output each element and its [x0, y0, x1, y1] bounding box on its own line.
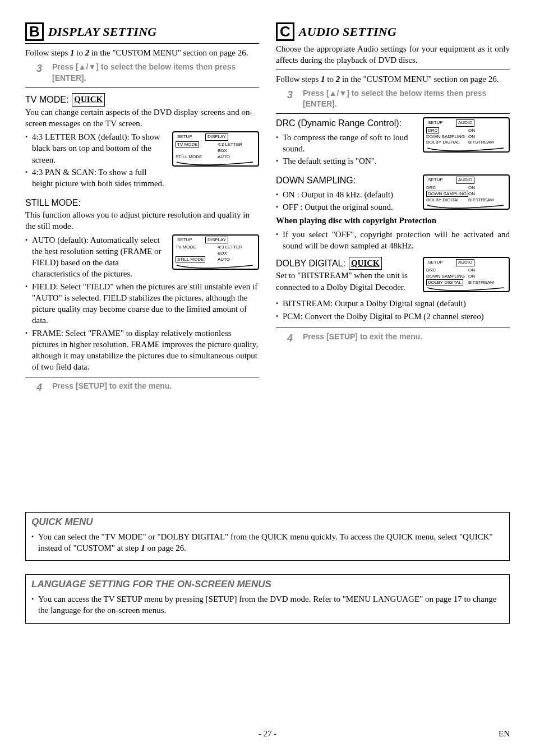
osd-row-selected: DOLBY DIGITAL	[426, 279, 463, 285]
step-number: 4	[36, 381, 44, 394]
quick-menu-box: QUICK MENU You can select the "TV MODE" …	[25, 512, 510, 561]
tv-mode-list: 4:3 LETTER BOX (default): To show black …	[25, 131, 259, 189]
step-text: Press [SETUP] to exit the menu.	[303, 331, 422, 343]
list-item: BITSTREAM: Output a Dolby Digital signal…	[276, 298, 510, 309]
quick-menu-title: QUICK MENU	[31, 516, 504, 529]
tv-mode-heading: TV MODE: QUICK	[25, 93, 259, 106]
list-item: ON : Output in 48 kHz. (default)	[276, 189, 510, 200]
list-item: You can select the "TV MODE" or "DOLBY D…	[31, 531, 504, 554]
divider	[25, 377, 259, 377]
osd-value: ON	[468, 268, 502, 274]
osd-tab-active: AUDIO	[456, 259, 474, 266]
divider	[25, 43, 259, 44]
section-letter-b: B	[25, 22, 44, 41]
list-item: FRAME: Select "FRAME" to display relativ…	[25, 328, 259, 373]
page-number: - 27 -	[259, 729, 277, 738]
quick-tag: QUICK	[349, 257, 382, 270]
column-audio: C AUDIO SETTING Choose the appropriate A…	[276, 22, 510, 398]
divider	[25, 87, 259, 87]
step-number: 4	[287, 331, 295, 345]
section-c-header: C AUDIO SETTING	[276, 22, 510, 41]
step-number: 3	[36, 62, 44, 75]
list-item: 4:3 PAN & SCAN: To show a full height pi…	[25, 167, 259, 190]
heading-label: STILL MODE:	[25, 197, 81, 209]
still-mode-list: AUTO (default): Automatically select the…	[25, 234, 259, 373]
audio-intro: Choose the appropriate Audio settings fo…	[276, 43, 510, 66]
osd-tab-active: AUDIO	[456, 119, 474, 127]
osd-tab: SETUP	[426, 120, 445, 126]
quick-tag: QUICK	[72, 93, 105, 106]
list-item: The default setting is "ON".	[276, 155, 510, 167]
list-item: FIELD: Select "FIELD" when the pictures …	[25, 281, 259, 326]
section-letter-c: C	[276, 22, 294, 41]
osd-row: DOWN SAMPLING	[426, 274, 468, 280]
osd-value: BITSTREAM	[468, 280, 502, 286]
osd-tab-active: AUDIO	[456, 177, 474, 184]
still-mode-desc: This function allows you to adjust pictu…	[25, 209, 259, 232]
divider	[276, 70, 510, 70]
follow-steps-c: Follow steps 1 to 2 in the "CUSTOM MENU"…	[276, 73, 510, 85]
step-number: 3	[287, 88, 295, 102]
list-item: To compress the range of soft to loud so…	[276, 132, 510, 155]
down-sampling-heading: DOWN SAMPLING:	[276, 174, 418, 187]
heading-label: DRC (Dynamic Range Control):	[276, 117, 402, 130]
dolby-heading: DOLBY DIGITAL: QUICK	[276, 257, 418, 270]
follow-steps-b: Follow steps 1 to 2 in the "CUSTOM MENU"…	[25, 47, 259, 58]
list-item: AUTO (default): Automatically select the…	[25, 234, 259, 280]
section-b-header: B DISPLAY SETTING	[25, 22, 259, 41]
language-setting-list: You can access the TV SETUP menu by pres…	[31, 593, 504, 616]
dolby-list: BITSTREAM: Output a Dolby Digital signal…	[276, 298, 510, 322]
step-text: Press [SETUP] to exit the menu.	[52, 381, 172, 392]
step-3-b: 3 Press [▲/▼] to select the below items …	[36, 62, 259, 84]
down-sampling-note: If you select "OFF", copyright protectio…	[276, 229, 510, 252]
language-setting-box: LANGUAGE SETTING FOR THE ON-SCREEN MENUS…	[25, 574, 510, 623]
drc-list: To compress the range of soft to loud so…	[276, 132, 510, 167]
language-setting-title: LANGUAGE SETTING FOR THE ON-SCREEN MENUS	[31, 578, 504, 591]
osd-row: DRC	[426, 268, 468, 274]
down-sampling-bold: When playing disc with copyright Protect…	[276, 215, 510, 226]
footer-lang: EN	[499, 728, 510, 739]
step-text: Press [▲/▼] to select the below items th…	[52, 62, 259, 84]
divider	[276, 113, 510, 114]
tv-mode-desc: You can change certain aspects of the DV…	[25, 107, 259, 130]
curl-icon	[426, 287, 505, 292]
osd-tab: SETUP	[426, 177, 445, 183]
osd-value: ON	[468, 274, 502, 280]
list-item: You can access the TV SETUP menu by pres…	[31, 593, 504, 616]
step-4-b: 4 Press [SETUP] to exit the menu.	[36, 381, 259, 394]
list-item: OFF : Output the original sound.	[276, 201, 510, 213]
quick-menu-list: You can select the "TV MODE" or "DOLBY D…	[31, 531, 504, 554]
heading-label: DOLBY DIGITAL:	[276, 257, 345, 270]
step-3-c: 3 Press [▲/▼] to select the below items …	[287, 88, 510, 110]
heading-label: TV MODE:	[25, 94, 68, 106]
heading-label: DOWN SAMPLING:	[276, 174, 356, 187]
osd-tab: SETUP	[426, 260, 445, 266]
list-item: 4:3 LETTER BOX (default): To show black …	[25, 131, 259, 165]
list-item: If you select "OFF", copyright protectio…	[276, 229, 510, 252]
column-display: B DISPLAY SETTING Follow steps 1 to 2 in…	[25, 22, 259, 398]
osd-menu-audio-dolby: SETUP AUDIO DRCON DOWN SAMPLINGON DOLBY …	[423, 257, 510, 292]
still-mode-heading: STILL MODE:	[25, 197, 259, 209]
section-title-b: DISPLAY SETTING	[48, 24, 157, 40]
step-text: Press [▲/▼] to select the below items th…	[303, 88, 510, 110]
step-4-c: 4 Press [SETUP] to exit the menu.	[287, 331, 510, 345]
divider	[276, 328, 510, 328]
list-item: PCM: Convert the Dolby Digital to PCM (2…	[276, 311, 510, 322]
section-title-c: AUDIO SETTING	[299, 24, 396, 40]
drc-heading: DRC (Dynamic Range Control):	[276, 117, 418, 130]
footer: - 27 - EN	[0, 728, 535, 739]
